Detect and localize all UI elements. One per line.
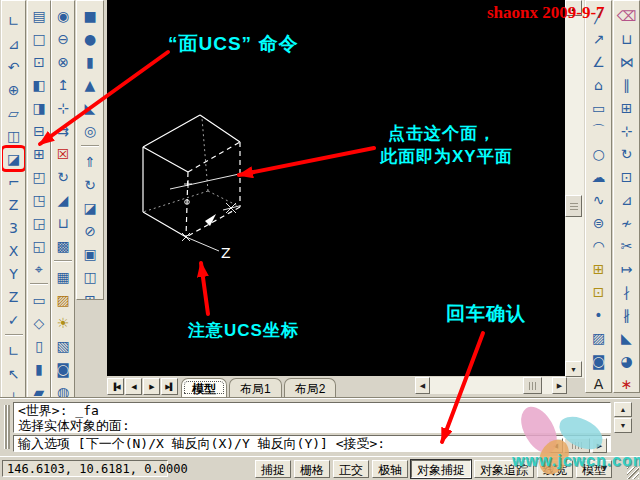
y-axis-rotate-ucs-icon[interactable]: Y <box>3 262 24 285</box>
ucs-ii-icon[interactable]: ⊥ <box>3 385 24 398</box>
horizontal-scroll-thumb[interactable] <box>523 377 542 394</box>
command-scroll-up-button[interactable]: ▲ <box>614 402 632 417</box>
tab-nav-button-3[interactable]: ▶▌ <box>161 378 178 395</box>
hatch-icon[interactable]: ▨ <box>588 326 609 349</box>
break-icon[interactable]: ∦ <box>616 303 637 326</box>
named-views-icon[interactable]: ▤ <box>29 4 50 27</box>
layout2-tab[interactable]: 布局2 <box>284 378 337 397</box>
taper-faces-icon[interactable]: ◢ <box>53 188 74 211</box>
right-view-icon[interactable]: ◨ <box>29 96 50 119</box>
command-scroll-down-button[interactable]: ▼ <box>614 418 632 433</box>
scale-icon[interactable]: ⊡ <box>616 165 637 188</box>
move-icon[interactable]: ⊹ <box>616 119 637 142</box>
region-icon[interactable]: ◙ <box>588 349 609 372</box>
command-history[interactable]: <世界>: _fa 选择实体对象的面: <box>13 402 611 433</box>
array-icon[interactable]: ⊞ <box>616 96 637 119</box>
section-icon[interactable]: ⊘ <box>80 219 101 242</box>
lwt-button[interactable]: 线宽 <box>537 460 573 478</box>
ucs-icon[interactable]: ∟ <box>3 9 24 32</box>
command-scroll-right-button[interactable]: ▶ <box>592 438 607 453</box>
spline-icon[interactable]: ∿ <box>588 188 609 211</box>
break-at-point-icon[interactable]: ∤ <box>616 280 637 303</box>
wireframe-3d-icon[interactable]: ◇ <box>29 311 50 334</box>
rotate-icon[interactable]: ↻ <box>616 142 637 165</box>
intersect-icon[interactable]: ⊗ <box>53 50 74 73</box>
command-window-grip[interactable] <box>4 405 10 449</box>
front-view-icon[interactable]: ⊟ <box>29 119 50 142</box>
setup-drawing-icon[interactable]: ◫ <box>80 265 101 288</box>
polyline-icon[interactable]: ∠ <box>588 50 609 73</box>
named-ucs-icon[interactable]: ⊿ <box>3 32 24 55</box>
render-icon[interactable]: ▨ <box>53 288 74 311</box>
mirror-icon[interactable]: ⋈ <box>616 50 637 73</box>
rectangle-icon[interactable]: ▭ <box>588 96 609 119</box>
vertical-scroll-thumb[interactable] <box>565 195 582 217</box>
object-ucs-icon[interactable]: ▱ <box>3 101 24 124</box>
cylinder-icon[interactable]: ▮ <box>80 50 101 73</box>
extend-icon[interactable]: ↦ <box>616 257 637 280</box>
erase-icon[interactable]: ⌫ <box>616 4 637 27</box>
trim-icon[interactable]: ✂ <box>616 234 637 257</box>
tab-nav-button-0[interactable]: ▐◀ <box>107 378 124 395</box>
model-tab[interactable]: 模型 <box>181 378 227 397</box>
copy-faces-icon[interactable]: ⊔ <box>53 211 74 234</box>
three-point-ucs-icon[interactable]: 3 <box>3 216 24 239</box>
drawing-canvas[interactable]: Z “面UCS” 命令 点击这个面， 此面即为XY平面 注意UCS坐标 回车确认 <box>107 0 565 376</box>
interference-icon[interactable]: ▣ <box>80 242 101 265</box>
ucs-previous-icon[interactable]: ↶ <box>3 55 24 78</box>
otrack-button[interactable]: 对象追踪 <box>474 460 534 478</box>
orthographic-ucs-icon[interactable]: ◫ <box>3 124 24 147</box>
sw-isometric-view-icon[interactable]: ◰ <box>29 165 50 188</box>
wedge-icon[interactable]: ◣ <box>80 96 101 119</box>
scroll-right-button[interactable]: ▶ <box>552 377 567 394</box>
flat-shaded-icon[interactable]: ▮ <box>29 357 50 380</box>
point-icon[interactable]: • <box>588 303 609 326</box>
gouraud-shaded-icon[interactable]: ▰ <box>29 380 50 398</box>
extrude-faces-icon[interactable]: ↥ <box>53 73 74 96</box>
explode-icon[interactable]: ∗ <box>616 372 637 393</box>
offset-icon[interactable]: ∥ <box>616 73 637 96</box>
ellipse-icon[interactable]: ⊜ <box>588 211 609 234</box>
multiline-text-icon[interactable]: A <box>588 372 609 393</box>
box-icon[interactable]: ■ <box>80 4 101 27</box>
slice-icon[interactable]: ◪ <box>80 196 101 219</box>
se-isometric-view-icon[interactable]: ◳ <box>29 188 50 211</box>
union-icon[interactable]: ◉ <box>53 4 74 27</box>
z-axis-rotate-ucs-icon[interactable]: Z <box>3 285 24 308</box>
grid-button[interactable]: 栅格 <box>294 460 330 478</box>
hidden-shade-icon[interactable]: ▯ <box>29 334 50 357</box>
materials-icon[interactable]: ▧ <box>53 334 74 357</box>
window-resize-grip[interactable] <box>627 467 639 479</box>
face-ucs-icon[interactable]: ◪ <box>3 147 24 170</box>
extrude-icon[interactable]: ⇑ <box>80 150 101 173</box>
tab-nav-button-2[interactable]: ▶ <box>143 378 160 395</box>
canvas-vertical-scrollbar[interactable]: ▲ ▼ <box>565 0 584 378</box>
command-input[interactable]: 输入选项 [下一个(N)/X 轴反向(X)/Y 轴反向(Y)] <接受>: <box>13 435 611 452</box>
ne-isometric-view-icon[interactable]: ◲ <box>29 211 50 234</box>
selected-face[interactable] <box>186 142 240 237</box>
circle-icon[interactable]: ○ <box>588 142 609 165</box>
construction-line-icon[interactable]: ↗ <box>588 27 609 50</box>
ucs-dialog-icon[interactable]: ∟ <box>3 339 24 362</box>
command-scroll-thumb[interactable] <box>564 438 590 453</box>
status-dropdown-arrow-icon[interactable]: ▼ <box>600 463 609 473</box>
stretch-icon[interactable]: ⊿ <box>616 188 637 211</box>
layout1-tab[interactable]: 布局1 <box>229 378 282 397</box>
origin-ucs-icon[interactable]: ⌐ <box>3 170 24 193</box>
fillet-icon[interactable]: ◕ <box>616 349 637 372</box>
offset-faces-icon[interactable]: ⇉ <box>53 119 74 142</box>
revolve-icon[interactable]: ↻ <box>80 173 101 196</box>
render-window-icon[interactable]: ◙ <box>53 357 74 380</box>
color-faces-icon[interactable]: ▩ <box>53 234 74 257</box>
cone-icon[interactable]: ▲ <box>80 73 101 96</box>
nw-isometric-view-icon[interactable]: ◱ <box>29 234 50 257</box>
move-ucs-origin-icon[interactable]: ↖ <box>3 362 24 385</box>
copy-object-icon[interactable]: ⊔ <box>616 27 637 50</box>
ellipse-arc-icon[interactable]: ◠ <box>588 234 609 257</box>
top-view-icon[interactable]: □ <box>29 27 50 50</box>
bottom-view-icon[interactable]: ⊡ <box>29 50 50 73</box>
background-icon[interactable]: ◍ <box>53 380 74 398</box>
wireframe-2d-icon[interactable]: ▭ <box>29 288 50 311</box>
revision-cloud-icon[interactable]: ☁ <box>588 165 609 188</box>
polar-button[interactable]: 极轴 <box>372 460 408 478</box>
